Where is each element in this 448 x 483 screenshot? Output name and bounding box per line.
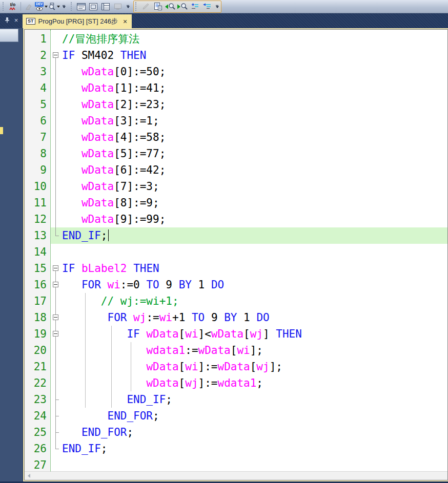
device-write-icon[interactable] xyxy=(23,1,35,12)
code-line-22[interactable]: 22 wData[wj]:=wdata1; xyxy=(25,375,447,391)
horizontal-scrollbar[interactable] xyxy=(25,471,447,480)
code-text: wData[9]:=99; xyxy=(61,211,166,227)
pin-icon[interactable] xyxy=(5,17,10,23)
code-line-3[interactable]: 3 wData[0]:=50; xyxy=(25,64,447,80)
code-line-17[interactable]: 17 // wj:=wi+1; xyxy=(25,293,447,309)
line-number: 5 xyxy=(25,96,51,113)
code-line-27[interactable]: 27 xyxy=(25,457,447,471)
toolbar-overflow-icon[interactable] xyxy=(61,3,67,11)
tab-bar: × ST ProgPou [PRG] [ST] 246步 × xyxy=(0,13,448,28)
code-text: wData[0]:=50; xyxy=(61,64,166,80)
line-number: 24 xyxy=(25,408,51,424)
fold-marker xyxy=(51,359,61,375)
code-text: IF wData[wi]<wData[wj] THEN xyxy=(61,326,302,342)
line-number: 3 xyxy=(25,64,51,80)
line-number: 18 xyxy=(25,309,51,326)
list-view-icon[interactable] xyxy=(99,1,112,12)
toolbar-overflow-icon[interactable] xyxy=(125,3,131,11)
code-line-15[interactable]: 15IF bLabel2 THEN xyxy=(25,260,447,277)
code-line-20[interactable]: 20 wdata1:=wData[wi]; xyxy=(25,342,447,359)
device-search-icon[interactable] xyxy=(48,1,60,12)
fold-marker xyxy=(51,113,61,129)
code-line-24[interactable]: 24 END_FOR; xyxy=(25,408,447,424)
code-text: wData[2]:=23; xyxy=(61,96,166,113)
scroll-left-icon[interactable] xyxy=(25,472,33,480)
code-text: IF bLabel2 THEN xyxy=(61,260,159,277)
code-line-25[interactable]: 25 END_FOR; xyxy=(25,424,447,440)
insert-comment-icon[interactable] xyxy=(189,1,201,12)
line-number: 26 xyxy=(25,440,51,457)
code-line-2[interactable]: 2IF SM402 THEN xyxy=(25,47,447,64)
code-line-10[interactable]: 10 wData[7]:=3; xyxy=(25,178,447,195)
st-editor[interactable]: 1//冒泡排序算法2IF SM402 THEN3 wData[0]:=50;4 … xyxy=(25,30,447,471)
side-panel-header: × xyxy=(0,14,23,26)
delete-comment-icon[interactable] xyxy=(201,1,213,12)
main-area: 1//冒泡排序算法2IF SM402 THEN3 wData[0]:=50;4 … xyxy=(0,28,448,483)
tab-close-icon[interactable]: × xyxy=(123,18,127,25)
code-line-1[interactable]: 1//冒泡排序算法 xyxy=(25,31,447,47)
fold-marker xyxy=(51,178,61,195)
toolbar-grip-handle[interactable] xyxy=(3,2,5,11)
code-line-26[interactable]: 26END_IF; xyxy=(25,440,447,457)
line-number: 19 xyxy=(25,326,51,342)
fold-collapse-icon[interactable] xyxy=(51,326,61,342)
toolbar-grip-handle[interactable] xyxy=(135,2,137,11)
dropdown-caret-icon[interactable] xyxy=(57,6,60,8)
code-line-11[interactable]: 11 wData[8]:=9; xyxy=(25,195,447,211)
code-line-6[interactable]: 6 wData[3]:=1; xyxy=(25,113,447,129)
io-crossref-icon[interactable]: I/o xyxy=(7,1,19,12)
monitor-icon[interactable] xyxy=(112,1,124,12)
docked-side-panel[interactable] xyxy=(0,28,23,481)
fold-collapse-icon[interactable] xyxy=(51,309,61,326)
code-line-13[interactable]: 13END_IF; xyxy=(25,227,447,244)
code-line-8[interactable]: 8 wData[5]:=77; xyxy=(25,145,447,162)
code-text: END_IF; xyxy=(61,440,108,457)
window-frame-icon[interactable] xyxy=(87,1,99,12)
panel-close-icon[interactable]: × xyxy=(14,17,18,24)
code-line-7[interactable]: 7 wData[4]:=58; xyxy=(25,129,447,145)
code-text: FOR wj:=wi+1 TO 9 BY 1 DO xyxy=(61,309,270,326)
code-line-4[interactable]: 4 wData[1]:=41; xyxy=(25,80,447,96)
code-line-14[interactable]: 14 xyxy=(25,244,447,260)
fold-marker xyxy=(51,457,61,471)
code-line-21[interactable]: 21 wData[wi]:=wData[wj]; xyxy=(25,359,447,375)
line-number: 12 xyxy=(25,211,51,227)
code-text: wData[4]:=58; xyxy=(61,129,166,145)
fold-collapse-icon[interactable] xyxy=(51,47,61,64)
code-line-23[interactable]: 23 END_IF; xyxy=(25,391,447,408)
code-line-18[interactable]: 18 FOR wj:=wi+1 TO 9 BY 1 DO xyxy=(25,309,447,326)
fold-marker xyxy=(51,31,61,47)
code-line-16[interactable]: 16 FOR wi:=0 TO 9 BY 1 DO xyxy=(25,277,447,293)
line-number: 21 xyxy=(25,359,51,375)
toolbar-group-active xyxy=(133,1,221,13)
find-next-icon[interactable] xyxy=(176,1,189,12)
line-number: 16 xyxy=(25,277,51,293)
fold-marker xyxy=(51,195,61,211)
device-display-icon[interactable]: DEV xyxy=(35,1,48,12)
tab-progpou[interactable]: ST ProgPou [PRG] [ST] 246步 × xyxy=(23,14,132,28)
toolbar-group: I/oDEV xyxy=(1,1,68,13)
document-lines-icon[interactable] xyxy=(152,1,164,12)
code-text: END_IF; xyxy=(61,391,172,408)
code-line-19[interactable]: 19 IF wData[wi]<wData[wj] THEN xyxy=(25,326,447,342)
tab-title: ProgPou [PRG] [ST] 246步 xyxy=(38,17,118,26)
toolbar-separator xyxy=(21,2,21,11)
code-text: IF SM402 THEN xyxy=(61,47,146,64)
code-text: wData[wi]:=wData[wj]; xyxy=(61,359,282,375)
code-line-5[interactable]: 5 wData[2]:=23; xyxy=(25,96,447,113)
line-number: 23 xyxy=(25,391,51,408)
code-line-9[interactable]: 9 wData[6]:=42; xyxy=(25,162,447,178)
toolbar-overflow-icon[interactable] xyxy=(214,3,220,11)
fold-collapse-icon[interactable] xyxy=(51,260,61,277)
toolbar-grip-handle[interactable] xyxy=(71,2,73,11)
edit-icon[interactable] xyxy=(139,1,152,12)
line-number: 8 xyxy=(25,145,51,162)
line-number: 6 xyxy=(25,113,51,129)
code-text: END_IF; xyxy=(61,227,109,244)
window-text-icon[interactable] xyxy=(75,1,87,12)
find-previous-icon[interactable] xyxy=(164,1,176,12)
text-caret xyxy=(108,229,109,241)
code-text: wData[1]:=41; xyxy=(61,80,166,96)
code-line-12[interactable]: 12 wData[9]:=99; xyxy=(25,211,447,227)
fold-collapse-icon[interactable] xyxy=(51,277,61,293)
